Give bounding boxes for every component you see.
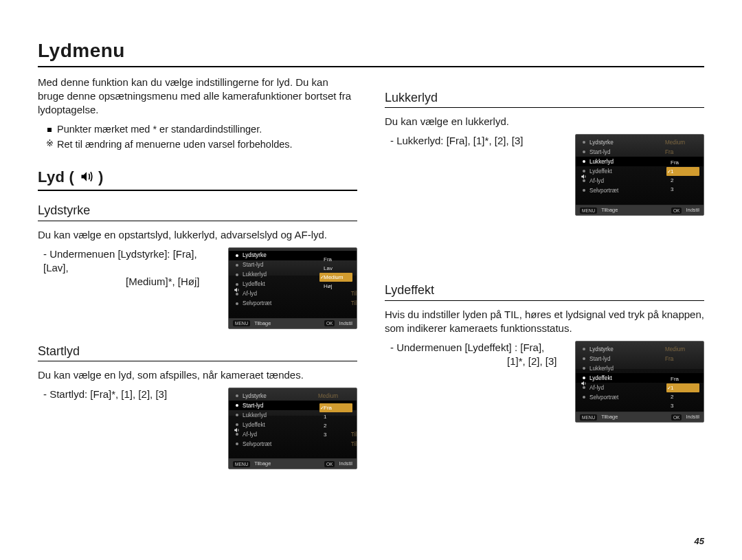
intro-bullet-2: Ret til ændring af menuerne uden varsel … (47, 138, 357, 152)
lukkerlyd-heading: Lukkerlyd (385, 89, 704, 108)
sg-footer-ok: Indstil (686, 207, 699, 214)
sg-item: Lukkerlyd (589, 365, 704, 372)
lydstyrke-option-line1: - Undermenuen [Lydstyrke]: [Fra], [Lav], (38, 247, 218, 276)
startlyd-heading: Startlyd (38, 343, 357, 361)
sg-item: Lydstyrke (589, 139, 665, 146)
sg-options: Fra 1 2 3 (666, 158, 699, 194)
lydeffekt-option-text: - Undermenuen [Lydeffekt] : [Fra], [1]*,… (385, 341, 565, 369)
lydstyrke-option-row: - Undermenuen [Lydstyrke]: [Fra], [Lav],… (38, 247, 357, 329)
sg-options: Fra 1 2 3 (666, 374, 699, 410)
sg-item: Start-lyd (589, 148, 665, 156)
sg-footer-menu-tag: MENU (580, 414, 597, 421)
sg-option: Lav (319, 264, 352, 273)
sg-option: 2 (666, 176, 699, 185)
sg-footer-menu-tag: MENU (233, 461, 250, 467)
lukkerlyd-option-text: - Lukkerlyd: [Fra], [1]*, [2], [3] (385, 134, 565, 148)
sg-footer-ok-tag: OK (324, 461, 335, 467)
sg-right-val: Fra (665, 355, 704, 363)
lyd-title-close: ) (94, 168, 104, 186)
sg-option: 3 (666, 185, 699, 194)
sg-right-val: Til (351, 290, 357, 298)
sg-footer: MENU Tilbage OK Indstil (576, 205, 704, 215)
sg-footer-ok: Indstil (339, 460, 352, 467)
intro-paragraph: Med denne funktion kan du vælge indstill… (38, 76, 357, 117)
lyd-section-title: Lyd ( ) (38, 167, 357, 192)
lydstyrke-option-line2: [Medium]*, [Høj] (38, 275, 218, 289)
sg-footer-back: Tilbage (254, 320, 271, 327)
speaker-icon (234, 287, 240, 295)
left-column: Med denne funktion kan du vælge indstill… (38, 69, 357, 484)
sg-option: 1 (319, 412, 352, 421)
sg-item: Lydstyrke (243, 392, 318, 400)
lydstyrke-option-text: - Undermenuen [Lydstyrke]: [Fra], [Lav],… (38, 247, 218, 289)
sg-footer-ok: Indstil (686, 414, 699, 421)
sg-footer-menu-tag: MENU (233, 320, 250, 326)
sg-right-val: Fra (665, 148, 704, 156)
sg-footer-back: Tilbage (601, 414, 618, 421)
startlyd-body: Du kan vælge en lyd, som afspilles, når … (38, 368, 357, 382)
sg-footer-back: Tilbage (601, 207, 618, 214)
lydeffekt-option-line2: [1]*, [2], [3] (385, 355, 565, 368)
startlyd-option-line: - Startlyd: [Fra]*, [1], [2], [3] (38, 388, 218, 401)
sg-option: Fra (666, 374, 699, 383)
startlyd-screenshot: LydstyrkeMedium Start-lyd Lukkerlyd Lyde… (228, 388, 357, 469)
sg-footer-ok-tag: OK (324, 320, 335, 326)
lydstyrke-screenshot: Lydstyrke Start-lyd Lukkerlyd Lydeffekt … (228, 247, 357, 329)
sg-option: 2 (319, 421, 352, 430)
sg-option: 3 (319, 430, 352, 439)
lukkerlyd-option-row: - Lukkerlyd: [Fra], [1]*, [2], [3] Lydst… (385, 134, 704, 216)
sg-item: Start-lyd (589, 355, 665, 363)
sg-options: Fra Lav Medium Høj (319, 255, 352, 291)
sg-right-val: Medium (318, 392, 357, 400)
startlyd-option-row: - Startlyd: [Fra]*, [1], [2], [3] Lydsty… (38, 388, 357, 469)
intro-bullet-1: Punkter mærket med * er standardindstill… (47, 123, 357, 137)
sg-option: Fra (319, 255, 352, 264)
sg-option-selected: 1 (666, 167, 699, 176)
sg-option-selected: Medium (319, 273, 352, 282)
lydeffekt-option-row: - Undermenuen [Lydeffekt] : [Fra], [1]*,… (385, 341, 704, 423)
sg-footer-ok-tag: OK (671, 414, 682, 421)
lukkerlyd-body: Du kan vælge en lukkerlyd. (385, 115, 704, 128)
sg-item: Af-lyd (243, 290, 351, 298)
sg-footer-menu-tag: MENU (580, 208, 597, 214)
sg-footer-ok-tag: OK (671, 208, 682, 214)
page-number: 45 (695, 535, 704, 548)
page: Lydmenu Med denne funktion kan du vælge … (0, 0, 742, 560)
lukkerlyd-option-line: - Lukkerlyd: [Fra], [1]*, [2], [3] (385, 134, 565, 148)
page-title: Lydmenu (38, 38, 704, 67)
speaker-icon (581, 173, 587, 182)
sg-footer: MENU Tilbage OK Indstil (229, 319, 357, 328)
startlyd-option-text: - Startlyd: [Fra]*, [1], [2], [3] (38, 388, 218, 401)
sg-option: 2 (666, 392, 699, 401)
sg-right-val: Medium (665, 139, 704, 146)
sg-item: Selvportræt (243, 440, 351, 448)
sg-footer-ok: Indstil (339, 320, 352, 327)
sg-footer: MENU Tilbage OK Indstil (576, 412, 704, 422)
lydstyrke-heading: Lydstyrke (38, 202, 357, 221)
lydeffekt-heading: Lydeffekt (385, 282, 704, 300)
speaker-icon (79, 170, 94, 183)
sg-option-selected: Fra (319, 403, 352, 412)
speaker-icon (234, 427, 240, 436)
two-column-layout: Med denne funktion kan du vælge indstill… (38, 69, 704, 484)
lydstyrke-body: Du kan vælge en opstartslyd, lukkerlyd, … (38, 228, 357, 242)
sg-option-selected: 1 (666, 383, 699, 392)
speaker-icon (581, 380, 587, 389)
lydeffekt-option-line1: - Undermenuen [Lydeffekt] : [Fra], (385, 341, 565, 355)
sg-options: Fra 1 2 3 (319, 403, 352, 439)
sg-item: Selvportræt (243, 300, 351, 307)
sg-right-val: Medium (665, 346, 704, 353)
right-column: Lukkerlyd Du kan vælge en lukkerlyd. - L… (385, 69, 704, 484)
sg-option: 3 (666, 401, 699, 410)
sg-footer-back: Tilbage (254, 460, 271, 467)
lyd-title-text: Lyd ( (38, 168, 79, 186)
sg-footer: MENU Tilbage OK Indstil (229, 459, 357, 469)
sg-right-val: Til (351, 440, 357, 448)
lukkerlyd-screenshot: LydstyrkeMedium Start-lydFra Lukkerlyd L… (575, 134, 704, 216)
sg-right-val: Til (351, 300, 357, 307)
sg-option: Høj (319, 282, 352, 291)
intro-bullets: Punkter mærket med * er standardindstill… (47, 123, 357, 152)
sg-item: Lydstyrke (589, 346, 665, 353)
sg-option: Fra (666, 158, 699, 167)
lydeffekt-body: Hvis du indstiller lyden på TIL, høres e… (385, 308, 704, 336)
